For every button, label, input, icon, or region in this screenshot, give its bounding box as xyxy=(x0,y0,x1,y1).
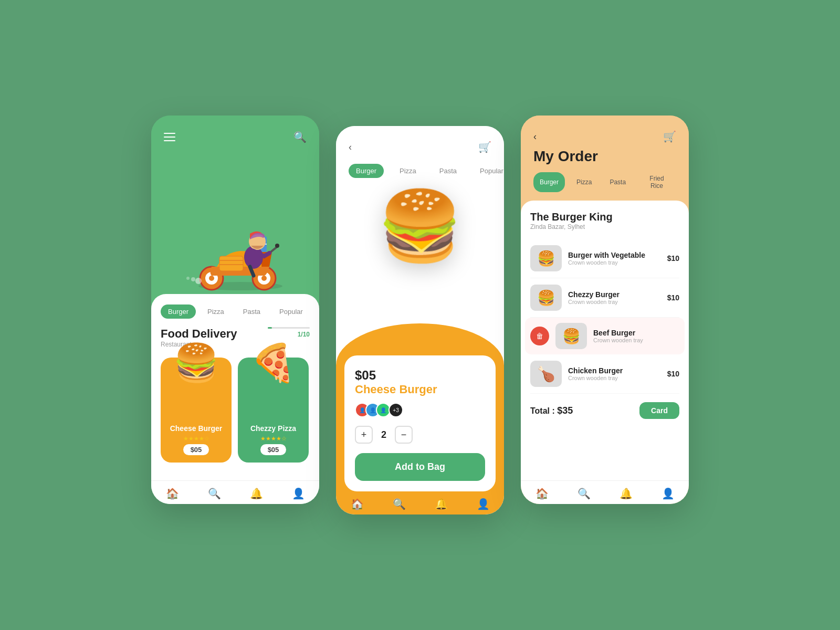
tab-burger-p3[interactable]: Burger xyxy=(533,172,565,192)
delivery-illustration xyxy=(167,158,303,294)
tab-pasta-p2[interactable]: Pasta xyxy=(432,164,464,178)
nav-bell-p3[interactable]: 🔔 xyxy=(620,487,633,500)
qty-minus-btn[interactable]: − xyxy=(395,426,413,444)
order-item-4: 🍗 Chicken Burger Crown wooden tray $10 xyxy=(530,354,679,394)
order-item-2-info: Chezzy Burger Crown wooden tray xyxy=(568,290,661,305)
phone2-top-icons: ‹ 🛒 xyxy=(349,141,491,153)
order-item-4-name: Chicken Burger xyxy=(568,366,661,375)
nav-user-p1[interactable]: 👤 xyxy=(292,487,305,500)
phone1-bottom: Burger Pizza Pasta Popular Food Delivery… xyxy=(151,294,319,504)
order-item-2: 🍔 Chezzy Burger Crown wooden tray $10 xyxy=(530,278,679,318)
nav-search-p3[interactable]: 🔍 xyxy=(578,487,591,500)
phone1-nav: 🏠 🔍 🔔 👤 xyxy=(151,480,319,504)
phone2-bottom-card-wrap: $05 Cheese Burger 👤 👤 👤 +3 xyxy=(336,355,504,491)
phone3-nav: 🏠 🔍 🔔 👤 xyxy=(521,480,689,504)
phone-1: 🔍 xyxy=(151,116,319,504)
order-item-1-price: $10 xyxy=(667,254,679,262)
phone3-top: ‹ 🛒 My Order Burger Pizza Pasta Fried Ri… xyxy=(521,116,689,201)
phone2-tabs: Burger Pizza Pasta Popular xyxy=(349,164,491,178)
avatars-row: 👤 👤 👤 +3 xyxy=(355,403,485,417)
back-arrow-p3[interactable]: ‹ xyxy=(533,131,537,142)
nav-bell-p2[interactable]: 🔔 xyxy=(435,498,448,510)
order-item-4-sub: Crown wooden tray xyxy=(568,375,661,381)
add-to-bag-button[interactable]: Add to Bag xyxy=(355,453,485,481)
order-item-2-price: $10 xyxy=(667,293,679,302)
svg-point-19 xyxy=(186,277,190,280)
phone2-content-area: 🍔 $05 Cheese Burger 👤 👤 👤 +3 xyxy=(336,186,504,491)
order-item-1: 🍔 Burger with Vegetable Crown wooden tra… xyxy=(530,239,679,278)
tab-pasta-p1[interactable]: Pasta xyxy=(236,304,268,319)
svg-rect-9 xyxy=(219,256,243,271)
order-item-2-img: 🍔 xyxy=(530,285,562,311)
svg-point-8 xyxy=(275,244,279,248)
food-card-cheese-burger[interactable]: 🍔 Cheese Burger ★★★★☆ $05 xyxy=(161,358,232,463)
cart-icon-p3[interactable]: 🛒 xyxy=(663,130,676,143)
svg-point-17 xyxy=(195,278,202,284)
total-amount: $35 xyxy=(557,405,573,416)
order-item-1-img: 🍔 xyxy=(530,245,562,271)
tab-popular-p2[interactable]: Popular xyxy=(472,164,504,178)
chezzy-pizza-price: $05 xyxy=(260,444,287,455)
phone3-bottom: The Burger King Zinda Bazar, Sylhet 🍔 Bu… xyxy=(521,201,689,480)
nav-search-p1[interactable]: 🔍 xyxy=(208,487,221,500)
order-item-2-sub: Crown wooden tray xyxy=(568,299,661,305)
nav-user-p2[interactable]: 👤 xyxy=(477,498,490,510)
total-label: Total : xyxy=(530,406,555,415)
menu-icon[interactable] xyxy=(164,130,175,144)
phone2-price: $05 xyxy=(355,368,485,383)
order-item-3-img: 🍔 xyxy=(555,323,587,349)
restaurant-name: The Burger King xyxy=(530,211,679,223)
order-item-4-price: $10 xyxy=(667,370,679,378)
tab-burger-p1[interactable]: Burger xyxy=(161,304,196,319)
tab-pizza-p2[interactable]: Pizza xyxy=(392,164,424,178)
order-item-4-info: Chicken Burger Crown wooden tray xyxy=(568,366,661,381)
tab-pizza-p1[interactable]: Pizza xyxy=(200,304,232,319)
cheese-burger-stars: ★★★★☆ xyxy=(183,435,209,442)
nav-home-p3[interactable]: 🏠 xyxy=(536,487,549,500)
cheese-burger-name: Cheese Burger xyxy=(170,424,223,433)
quantity-row: + 2 − xyxy=(355,426,485,444)
page-indicator: 1/10 xyxy=(268,331,310,338)
delete-item-btn[interactable]: 🗑 xyxy=(530,327,549,345)
nav-home-p2[interactable]: 🏠 xyxy=(351,498,364,510)
phone-3: ‹ 🛒 My Order Burger Pizza Pasta Fried Ri… xyxy=(521,116,689,504)
restaurant-sub: Zinda Bazar, Sylhet xyxy=(530,223,679,230)
order-item-4-img: 🍗 xyxy=(530,361,562,387)
order-item-3: 🗑 🍔 Beef Burger Crown wooden tray xyxy=(525,318,685,354)
chezzy-pizza-name: Chezzy Pizza xyxy=(250,424,296,433)
phone2-item-card: $05 Cheese Burger 👤 👤 👤 +3 xyxy=(344,355,496,491)
total-row: Total : $35 Card xyxy=(530,394,679,424)
phone3-tabs: Burger Pizza Pasta Fried Rice xyxy=(533,172,676,192)
qty-number: 2 xyxy=(381,429,386,440)
phone-2: ‹ 🛒 Burger Pizza Pasta Popular 🍔 xyxy=(336,126,504,514)
tab-pizza-p3[interactable]: Pizza xyxy=(570,172,598,192)
order-item-3-sub: Crown wooden tray xyxy=(593,337,679,343)
food-card-chezzy-pizza[interactable]: 🍕 Chezzy Pizza ★★★★☆ $05 xyxy=(238,358,309,463)
phones-container: 🔍 xyxy=(130,84,710,546)
tab-pasta-p3[interactable]: Pasta xyxy=(603,172,632,192)
tab-friedrice-p3[interactable]: Fried Rice xyxy=(637,172,676,192)
phone2-full: ‹ 🛒 Burger Pizza Pasta Popular 🍔 xyxy=(336,126,504,514)
chezzy-pizza-stars: ★★★★☆ xyxy=(260,435,287,442)
nav-search-p2[interactable]: 🔍 xyxy=(393,498,406,510)
svg-point-6 xyxy=(261,276,267,281)
card-button[interactable]: Card xyxy=(639,402,679,419)
back-arrow-icon[interactable]: ‹ xyxy=(349,142,352,153)
nav-user-p3[interactable]: 👤 xyxy=(662,487,675,500)
cart-icon-p2[interactable]: 🛒 xyxy=(478,141,491,153)
chezzy-pizza-img: 🍕 xyxy=(250,344,296,381)
tab-burger-p2[interactable]: Burger xyxy=(349,164,384,178)
order-item-1-info: Burger with Vegetable Crown wooden tray xyxy=(568,251,661,266)
order-item-1-sub: Crown wooden tray xyxy=(568,259,661,266)
food-delivery-title: Food Delivery xyxy=(161,327,237,341)
tab-popular-p1[interactable]: Popular xyxy=(272,304,310,319)
nav-bell-p1[interactable]: 🔔 xyxy=(250,487,263,500)
food-cards-row: 🍔 Cheese Burger ★★★★☆ $05 🍕 Chezzy Pizza… xyxy=(161,358,310,463)
qty-plus-btn[interactable]: + xyxy=(355,426,373,444)
cheese-burger-price: $05 xyxy=(183,444,209,455)
avatar-more: +3 xyxy=(388,403,403,417)
search-icon[interactable]: 🔍 xyxy=(293,131,307,143)
svg-point-3 xyxy=(209,276,214,281)
nav-home-p1[interactable]: 🏠 xyxy=(166,487,179,500)
my-order-title: My Order xyxy=(533,148,676,165)
